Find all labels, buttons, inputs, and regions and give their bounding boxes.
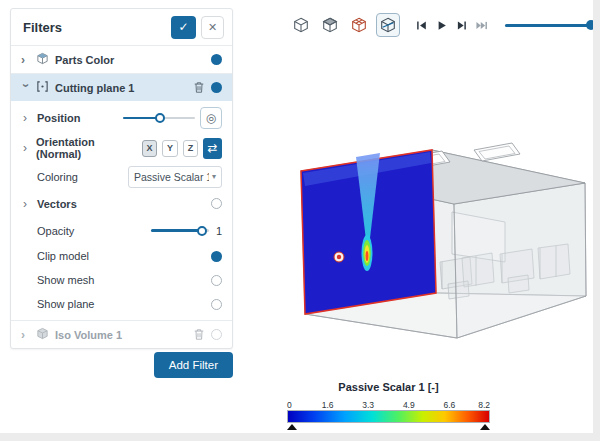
position-slider[interactable]	[123, 113, 195, 123]
opacity-value: 1	[214, 225, 222, 237]
caret-down-icon: ▾	[212, 172, 216, 181]
cutting-plane-view-icon[interactable]	[376, 13, 400, 37]
picker-icon: ◎	[206, 111, 216, 125]
chevron-right-icon[interactable]: ›	[23, 142, 31, 154]
legend-min-clip-marker	[287, 424, 297, 430]
legend-max-clip-marker	[480, 424, 490, 430]
skip-to-end-icon[interactable]	[473, 17, 490, 34]
coloring-value: Passive Scalar 1	[134, 171, 209, 183]
panel-title: Filters	[23, 20, 166, 35]
legend-title: Passive Scalar 1 [-]	[287, 381, 490, 393]
mesh-cube-icon[interactable]	[347, 13, 371, 37]
legend-tick: 1.6	[322, 400, 334, 410]
page-right-gutter	[593, 0, 600, 441]
plume-source	[362, 235, 373, 271]
orientation-row: › Orientation (Normal) X Y Z ⇄	[11, 133, 232, 163]
vectors-label: Vectors	[37, 198, 77, 210]
iso-volume-icon	[36, 327, 49, 342]
show-plane-row: Show plane	[11, 292, 232, 316]
close-icon: ✕	[208, 21, 217, 34]
vectors-row: › Vectors	[11, 190, 232, 217]
legend-tick: 8.2	[478, 400, 490, 410]
chevron-right-icon[interactable]: ›	[23, 198, 32, 210]
show-mesh-label: Show mesh	[37, 274, 94, 286]
check-icon: ✓	[178, 20, 188, 34]
filter-row-parts-color[interactable]: › Parts Color	[11, 45, 232, 73]
vectors-toggle[interactable]	[211, 198, 222, 209]
filter-label: Iso Volume 1	[55, 329, 187, 341]
postprocessor-page: Filters ✓ ✕ › Parts Color ›	[0, 0, 600, 441]
filter-row-iso-volume[interactable]: › Iso Volume 1	[11, 320, 232, 348]
coloring-label: Coloring	[37, 171, 78, 183]
apply-button[interactable]: ✓	[171, 16, 196, 39]
show-plane-toggle[interactable]	[211, 299, 222, 310]
legend-colorbar	[287, 410, 490, 423]
cutting-plane-icon	[36, 80, 49, 95]
playback-controls	[413, 17, 490, 34]
legend-tick: 3.3	[362, 400, 374, 410]
cutting-plane-properties: › Position ◎ › Orientation (Normal) X Y …	[11, 101, 232, 320]
chevron-right-icon[interactable]: ›	[21, 329, 30, 341]
close-button[interactable]: ✕	[201, 16, 224, 39]
axis-x-button[interactable]: X	[142, 140, 157, 157]
add-filter-button[interactable]: Add Filter	[154, 352, 233, 378]
cutting-plane-surface	[301, 150, 436, 314]
filter-label: Parts Color	[55, 54, 205, 66]
chevron-down-icon[interactable]: ›	[20, 83, 32, 92]
delete-filter-icon[interactable]	[193, 81, 205, 94]
delete-filter-icon[interactable]	[193, 328, 205, 341]
legend-tick: 0	[287, 400, 292, 410]
chevron-right-icon[interactable]: ›	[21, 54, 30, 66]
panel-footer: Add Filter	[10, 352, 233, 378]
opacity-row: Opacity 1	[11, 217, 232, 244]
coloring-row: Coloring Passive Scalar 1 ▾	[11, 163, 232, 190]
position-slider-knob[interactable]	[155, 113, 165, 123]
scalar-legend: Passive Scalar 1 [-] 0 1.6 3.3 4.9 6.6 8…	[287, 381, 490, 423]
swap-arrows-icon: ⇄	[208, 141, 218, 155]
position-picker-button[interactable]: ◎	[200, 107, 222, 129]
page-bottom-gutter	[0, 433, 600, 441]
filter-row-cutting-plane[interactable]: › Cutting plane 1	[11, 73, 232, 101]
show-plane-label: Show plane	[37, 298, 95, 310]
shaded-cube-icon[interactable]	[318, 13, 342, 37]
clip-model-row: Clip model	[11, 244, 232, 268]
cutting-plane-visibility-toggle[interactable]	[211, 82, 222, 93]
chevron-right-icon[interactable]: ›	[23, 112, 32, 124]
hot-spot-marker	[334, 252, 344, 262]
show-mesh-toggle[interactable]	[211, 275, 222, 286]
perspective-cube-icon[interactable]	[289, 13, 313, 37]
coloring-select[interactable]: Passive Scalar 1 ▾	[128, 166, 222, 188]
play-icon[interactable]	[433, 17, 450, 34]
parts-color-visibility-toggle[interactable]	[211, 54, 222, 65]
viewer-toolbar	[289, 13, 600, 37]
orientation-label: Orientation (Normal)	[36, 136, 132, 160]
legend-tick: 6.6	[443, 400, 455, 410]
show-mesh-row: Show mesh	[11, 268, 232, 292]
axis-y-button[interactable]: Y	[162, 140, 177, 157]
flip-normal-button[interactable]: ⇄	[203, 138, 222, 159]
opacity-label: Opacity	[37, 225, 74, 237]
filters-panel: Filters ✓ ✕ › Parts Color ›	[10, 8, 233, 349]
position-row: › Position ◎	[11, 103, 232, 133]
skip-to-start-icon[interactable]	[413, 17, 430, 34]
clip-model-label: Clip model	[37, 250, 89, 262]
legend-tick: 4.9	[403, 400, 415, 410]
filter-label: Cutting plane 1	[55, 82, 187, 94]
axis-z-button[interactable]: Z	[183, 140, 198, 157]
step-forward-icon[interactable]	[453, 17, 470, 34]
opacity-slider-knob[interactable]	[197, 226, 207, 236]
filters-panel-header: Filters ✓ ✕	[11, 9, 232, 45]
clip-model-toggle[interactable]	[211, 251, 222, 262]
parts-color-icon	[36, 52, 49, 67]
iso-volume-visibility-toggle[interactable]	[211, 329, 222, 340]
position-label: Position	[37, 112, 80, 124]
legend-ticks: 0 1.6 3.3 4.9 6.6 8.2	[287, 400, 490, 410]
opacity-slider[interactable]	[151, 226, 209, 236]
time-slider[interactable]	[505, 19, 600, 31]
